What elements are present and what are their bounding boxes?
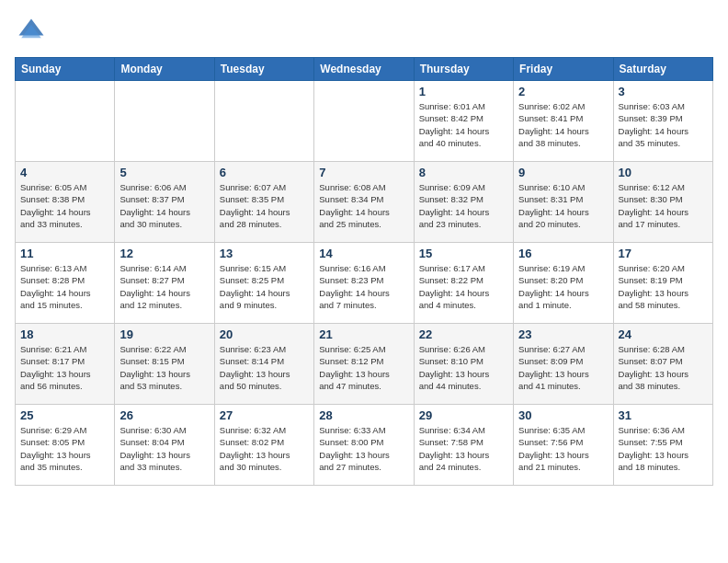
logo-icon	[15, 15, 48, 48]
day-info: Sunrise: 6:16 AM Sunset: 8:23 PM Dayligh…	[319, 262, 408, 311]
day-number: 17	[619, 247, 708, 260]
day-info: Sunrise: 6:14 AM Sunset: 8:27 PM Dayligh…	[119, 262, 209, 311]
calendar-cell: 30Sunrise: 6:35 AM Sunset: 7:56 PM Dayli…	[514, 405, 613, 486]
weekday-header-thursday: Thursday	[414, 58, 513, 81]
calendar-week-2: 4Sunrise: 6:05 AM Sunset: 8:38 PM Daylig…	[16, 162, 713, 243]
weekday-header-saturday: Saturday	[613, 58, 712, 81]
day-number: 13	[220, 247, 309, 260]
day-info: Sunrise: 6:34 AM Sunset: 7:58 PM Dayligh…	[419, 424, 508, 473]
calendar-cell: 24Sunrise: 6:28 AM Sunset: 8:07 PM Dayli…	[613, 324, 712, 405]
calendar-cell: 12Sunrise: 6:14 AM Sunset: 8:27 PM Dayli…	[115, 243, 214, 324]
calendar-week-1: 1Sunrise: 6:01 AM Sunset: 8:42 PM Daylig…	[16, 81, 713, 162]
calendar-cell: 31Sunrise: 6:36 AM Sunset: 7:55 PM Dayli…	[613, 405, 712, 486]
day-info: Sunrise: 6:20 AM Sunset: 8:19 PM Dayligh…	[619, 262, 708, 311]
calendar-table: SundayMondayTuesdayWednesdayThursdayFrid…	[15, 57, 713, 486]
calendar-cell	[214, 81, 313, 162]
day-number: 26	[119, 408, 209, 422]
day-info: Sunrise: 6:03 AM Sunset: 8:39 PM Dayligh…	[619, 100, 708, 149]
calendar-cell: 7Sunrise: 6:08 AM Sunset: 8:34 PM Daylig…	[314, 162, 414, 243]
day-number: 21	[319, 327, 408, 341]
day-number: 3	[619, 85, 708, 98]
day-info: Sunrise: 6:23 AM Sunset: 8:14 PM Dayligh…	[220, 343, 309, 392]
day-info: Sunrise: 6:05 AM Sunset: 8:38 PM Dayligh…	[20, 181, 109, 230]
day-number: 1	[419, 85, 508, 98]
day-number: 14	[319, 247, 408, 260]
day-number: 10	[619, 166, 708, 179]
day-number: 27	[220, 408, 309, 422]
day-info: Sunrise: 6:01 AM Sunset: 8:42 PM Dayligh…	[419, 100, 508, 149]
calendar-cell: 9Sunrise: 6:10 AM Sunset: 8:31 PM Daylig…	[514, 162, 613, 243]
calendar-week-3: 11Sunrise: 6:13 AM Sunset: 8:28 PM Dayli…	[16, 243, 713, 324]
day-number: 5	[119, 166, 209, 179]
day-number: 8	[419, 166, 508, 179]
calendar-cell	[115, 81, 214, 162]
weekday-header-sunday: Sunday	[16, 58, 115, 81]
day-number: 18	[20, 327, 109, 341]
calendar-cell: 15Sunrise: 6:17 AM Sunset: 8:22 PM Dayli…	[414, 243, 513, 324]
weekday-header-monday: Monday	[115, 58, 214, 81]
day-info: Sunrise: 6:27 AM Sunset: 8:09 PM Dayligh…	[518, 343, 608, 392]
calendar-cell	[16, 81, 115, 162]
calendar-cell: 23Sunrise: 6:27 AM Sunset: 8:09 PM Dayli…	[514, 324, 613, 405]
calendar-cell: 14Sunrise: 6:16 AM Sunset: 8:23 PM Dayli…	[314, 243, 414, 324]
day-number: 20	[220, 327, 309, 341]
weekday-header-wednesday: Wednesday	[314, 58, 414, 81]
calendar-cell: 8Sunrise: 6:09 AM Sunset: 8:32 PM Daylig…	[414, 162, 513, 243]
day-info: Sunrise: 6:09 AM Sunset: 8:32 PM Dayligh…	[419, 181, 508, 230]
calendar-cell: 10Sunrise: 6:12 AM Sunset: 8:30 PM Dayli…	[613, 162, 712, 243]
day-info: Sunrise: 6:29 AM Sunset: 8:05 PM Dayligh…	[20, 424, 109, 473]
calendar-cell: 28Sunrise: 6:33 AM Sunset: 8:00 PM Dayli…	[314, 405, 414, 486]
calendar-cell: 6Sunrise: 6:07 AM Sunset: 8:35 PM Daylig…	[214, 162, 313, 243]
day-number: 2	[518, 85, 608, 98]
day-number: 22	[419, 327, 508, 341]
day-number: 19	[119, 327, 209, 341]
day-info: Sunrise: 6:13 AM Sunset: 8:28 PM Dayligh…	[20, 262, 109, 311]
day-info: Sunrise: 6:19 AM Sunset: 8:20 PM Dayligh…	[518, 262, 608, 311]
day-number: 9	[518, 166, 608, 179]
day-number: 16	[518, 247, 608, 260]
day-info: Sunrise: 6:22 AM Sunset: 8:15 PM Dayligh…	[119, 343, 209, 392]
logo	[15, 15, 51, 48]
calendar-cell: 2Sunrise: 6:02 AM Sunset: 8:41 PM Daylig…	[514, 81, 613, 162]
day-info: Sunrise: 6:32 AM Sunset: 8:02 PM Dayligh…	[220, 424, 309, 473]
calendar-cell: 11Sunrise: 6:13 AM Sunset: 8:28 PM Dayli…	[16, 243, 115, 324]
day-number: 6	[220, 166, 309, 179]
day-info: Sunrise: 6:06 AM Sunset: 8:37 PM Dayligh…	[119, 181, 209, 230]
day-info: Sunrise: 6:26 AM Sunset: 8:10 PM Dayligh…	[419, 343, 508, 392]
calendar-cell: 21Sunrise: 6:25 AM Sunset: 8:12 PM Dayli…	[314, 324, 414, 405]
day-number: 4	[20, 166, 109, 179]
day-number: 28	[319, 408, 408, 422]
day-info: Sunrise: 6:30 AM Sunset: 8:04 PM Dayligh…	[119, 424, 209, 473]
calendar-cell: 17Sunrise: 6:20 AM Sunset: 8:19 PM Dayli…	[613, 243, 712, 324]
calendar-cell: 4Sunrise: 6:05 AM Sunset: 8:38 PM Daylig…	[16, 162, 115, 243]
day-info: Sunrise: 6:25 AM Sunset: 8:12 PM Dayligh…	[319, 343, 408, 392]
calendar-cell	[314, 81, 414, 162]
calendar-cell: 20Sunrise: 6:23 AM Sunset: 8:14 PM Dayli…	[214, 324, 313, 405]
day-number: 24	[619, 327, 708, 341]
day-number: 23	[518, 327, 608, 341]
day-info: Sunrise: 6:28 AM Sunset: 8:07 PM Dayligh…	[619, 343, 708, 392]
calendar-cell: 26Sunrise: 6:30 AM Sunset: 8:04 PM Dayli…	[115, 405, 214, 486]
calendar-cell: 27Sunrise: 6:32 AM Sunset: 8:02 PM Dayli…	[214, 405, 313, 486]
calendar-cell: 16Sunrise: 6:19 AM Sunset: 8:20 PM Dayli…	[514, 243, 613, 324]
day-number: 11	[20, 247, 109, 260]
day-number: 29	[419, 408, 508, 422]
day-info: Sunrise: 6:08 AM Sunset: 8:34 PM Dayligh…	[319, 181, 408, 230]
day-info: Sunrise: 6:36 AM Sunset: 7:55 PM Dayligh…	[619, 424, 708, 473]
day-number: 25	[20, 408, 109, 422]
calendar-cell: 5Sunrise: 6:06 AM Sunset: 8:37 PM Daylig…	[115, 162, 214, 243]
calendar-cell: 29Sunrise: 6:34 AM Sunset: 7:58 PM Dayli…	[414, 405, 513, 486]
day-info: Sunrise: 6:15 AM Sunset: 8:25 PM Dayligh…	[220, 262, 309, 311]
day-number: 30	[518, 408, 608, 422]
day-info: Sunrise: 6:35 AM Sunset: 7:56 PM Dayligh…	[518, 424, 608, 473]
day-info: Sunrise: 6:02 AM Sunset: 8:41 PM Dayligh…	[518, 100, 608, 149]
day-info: Sunrise: 6:17 AM Sunset: 8:22 PM Dayligh…	[419, 262, 508, 311]
page-header	[15, 15, 713, 48]
calendar-cell: 22Sunrise: 6:26 AM Sunset: 8:10 PM Dayli…	[414, 324, 513, 405]
calendar-header-row: SundayMondayTuesdayWednesdayThursdayFrid…	[16, 58, 713, 81]
weekday-header-tuesday: Tuesday	[214, 58, 313, 81]
day-number: 12	[119, 247, 209, 260]
calendar-week-4: 18Sunrise: 6:21 AM Sunset: 8:17 PM Dayli…	[16, 324, 713, 405]
calendar-cell: 1Sunrise: 6:01 AM Sunset: 8:42 PM Daylig…	[414, 81, 513, 162]
day-info: Sunrise: 6:12 AM Sunset: 8:30 PM Dayligh…	[619, 181, 708, 230]
